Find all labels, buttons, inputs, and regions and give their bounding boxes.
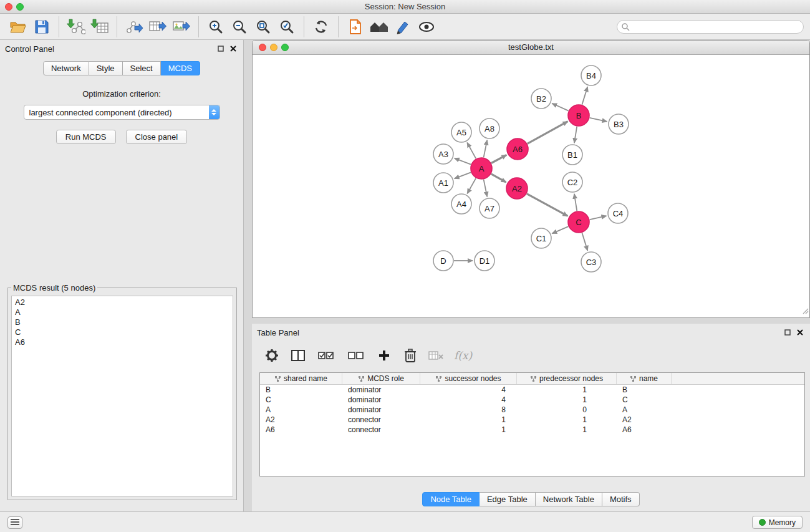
network-overview-icon[interactable] [367, 16, 391, 38]
edge-A-A1[interactable] [455, 172, 471, 178]
table-row[interactable]: A2connector11A2 [260, 415, 804, 425]
close-table-panel-icon[interactable] [795, 327, 805, 337]
node-B1[interactable]: B1 [562, 145, 582, 165]
open-session-icon[interactable] [6, 16, 30, 38]
table-row[interactable]: A6connector11A6 [260, 425, 804, 435]
column-header-successor-nodes[interactable]: successor nodes [420, 373, 517, 384]
zoom-window-button[interactable] [16, 3, 24, 11]
tab-style[interactable]: Style [89, 61, 123, 75]
delete-column-icon[interactable] [402, 347, 419, 364]
node-A1[interactable]: A1 [433, 173, 453, 193]
table-tab-network-table[interactable]: Network Table [536, 492, 602, 506]
result-item[interactable]: A [15, 307, 229, 317]
node-D[interactable]: D [433, 251, 453, 271]
edge-C-C3[interactable] [582, 233, 587, 251]
node-D1[interactable]: D1 [475, 251, 494, 271]
node-A5[interactable]: A5 [451, 122, 471, 142]
edge-A6-B[interactable] [528, 122, 568, 144]
node-B2[interactable]: B2 [531, 89, 551, 109]
tab-mcds[interactable]: MCDS [161, 61, 200, 75]
refresh-icon[interactable] [309, 16, 333, 38]
table-row[interactable]: Cdominator41C [260, 395, 804, 405]
node-C2[interactable]: C2 [562, 172, 582, 192]
node-A7[interactable]: A7 [480, 198, 499, 218]
show-hide-icon[interactable] [415, 16, 438, 38]
float-panel-icon[interactable] [216, 44, 226, 54]
node-A2[interactable]: A2 [506, 178, 528, 199]
edge-A-A4[interactable] [467, 178, 476, 194]
column-header-predecessor-nodes[interactable]: predecessor nodes [517, 373, 617, 384]
run-mcds-button[interactable]: Run MCDS [56, 130, 116, 144]
save-session-icon[interactable] [30, 16, 54, 38]
edge-B-B1[interactable] [574, 127, 577, 143]
node-A3[interactable]: A3 [433, 144, 453, 164]
table-tab-motifs[interactable]: Motifs [602, 492, 640, 506]
edge-B-B2[interactable] [552, 104, 568, 111]
edge-A2-C[interactable] [527, 194, 568, 216]
column-header-shared-name[interactable]: shared name [260, 373, 342, 384]
node-A8[interactable]: A8 [480, 118, 499, 138]
edge-A-A5[interactable] [467, 143, 476, 159]
float-table-panel-icon[interactable] [783, 327, 793, 337]
zoom-network-window-button[interactable] [281, 44, 289, 51]
node-A[interactable]: A [471, 158, 492, 179]
edge-A-A7[interactable] [484, 180, 488, 197]
node-B3[interactable]: B3 [609, 114, 629, 134]
edge-B-B4[interactable] [582, 87, 587, 105]
edge-A-A2[interactable] [491, 174, 506, 182]
zoom-in-icon[interactable] [204, 16, 228, 38]
result-item[interactable]: B [15, 317, 229, 327]
network-canvas[interactable]: B4B2BB3A8A5A6A3B1AA1C2A2A4A7C4CC1DD1C3 [253, 55, 809, 317]
column-header-name[interactable]: name [617, 373, 672, 384]
edge-B-B3[interactable] [590, 118, 607, 122]
open-document-icon[interactable] [344, 16, 367, 38]
node-C3[interactable]: C3 [581, 252, 601, 272]
window-resize-handle[interactable] [801, 306, 809, 317]
table-row[interactable]: Adominator80A [260, 405, 804, 415]
search-input[interactable] [617, 20, 804, 34]
result-item[interactable]: A2 [15, 297, 229, 307]
edge-C-C4[interactable] [590, 216, 607, 220]
tab-select[interactable]: Select [123, 61, 161, 75]
import-network-icon[interactable] [64, 16, 88, 38]
edge-A-A3[interactable] [455, 158, 471, 165]
minimize-network-window-button[interactable] [270, 44, 277, 51]
optimization-criterion-dropdown[interactable]: largest connected component (directed) [24, 105, 220, 120]
edge-C-C1[interactable] [552, 226, 568, 233]
add-column-icon[interactable] [375, 347, 393, 364]
zoom-out-icon[interactable] [228, 16, 251, 38]
result-item[interactable]: A6 [15, 337, 229, 347]
tab-network[interactable]: Network [43, 61, 89, 75]
annotation-icon[interactable] [391, 16, 415, 38]
edge-C-C2[interactable] [574, 194, 577, 211]
node-A6[interactable]: A6 [507, 138, 528, 160]
table-tab-node-table[interactable]: Node Table [422, 492, 480, 506]
table-row[interactable]: Bdominator41B [260, 385, 804, 395]
export-image-icon[interactable] [170, 16, 193, 38]
close-panel-button[interactable]: Close panel [126, 130, 188, 144]
edge-A-A8[interactable] [484, 140, 488, 158]
task-history-button[interactable] [7, 516, 22, 529]
edge-A-A6[interactable] [491, 155, 506, 163]
export-network-icon[interactable] [122, 16, 146, 38]
close-network-window-button[interactable] [259, 44, 266, 51]
zoom-fit-icon[interactable] [251, 16, 275, 38]
node-B4[interactable]: B4 [581, 65, 601, 85]
select-all-icon[interactable] [316, 347, 337, 364]
deselect-all-icon[interactable] [345, 347, 367, 364]
node-C1[interactable]: C1 [531, 228, 551, 248]
memory-button[interactable]: Memory [752, 516, 803, 529]
column-header-MCDS-role[interactable]: MCDS role [342, 373, 420, 384]
show-column-icon[interactable] [289, 347, 307, 364]
zoom-selected-icon[interactable] [275, 16, 299, 38]
import-table-icon[interactable] [88, 16, 112, 38]
node-C[interactable]: C [568, 211, 589, 233]
export-table-icon[interactable] [146, 16, 170, 38]
table-tab-edge-table[interactable]: Edge Table [480, 492, 536, 506]
node-C4[interactable]: C4 [608, 203, 628, 223]
node-A4[interactable]: A4 [451, 194, 471, 214]
close-window-button[interactable] [5, 3, 12, 11]
node-B[interactable]: B [568, 105, 589, 126]
table-settings-gear-icon[interactable] [263, 347, 281, 364]
close-panel-icon[interactable] [228, 44, 238, 54]
